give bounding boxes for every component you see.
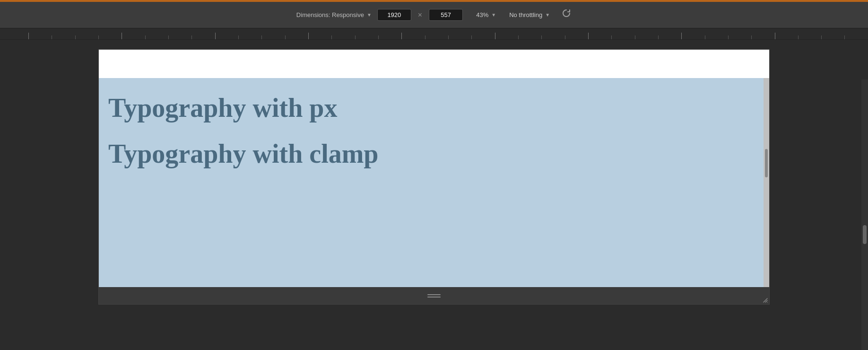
- ruler-row: [0, 28, 868, 40]
- rotate-button[interactable]: [561, 9, 572, 21]
- dimensions-label: Dimensions: Responsive: [296, 11, 364, 18]
- dimensions-control[interactable]: Dimensions: Responsive ▼: [296, 11, 372, 18]
- ruler-tick: [215, 33, 238, 39]
- viewport-content: Typography with px Typography with clamp: [99, 78, 769, 305]
- ruler-tick: [681, 33, 704, 39]
- viewport-scrollbar[interactable]: [764, 78, 769, 305]
- toolbar: Dimensions: Responsive ▼ × 43% ▼ No thro…: [0, 2, 868, 28]
- ruler-tick: [238, 35, 261, 39]
- main-scrollbar[interactable]: [861, 79, 868, 350]
- viewport-bottom-bar[interactable]: [99, 287, 769, 304]
- ruler-tick: [98, 35, 122, 39]
- ruler-tick: [775, 33, 798, 39]
- throttling-control[interactable]: No throttling ▼: [509, 11, 550, 18]
- ruler-tick: [52, 35, 75, 39]
- ruler-tick: [261, 35, 285, 39]
- typography-clamp-heading: Typography with clamp: [108, 138, 760, 170]
- ruler-tick: [331, 35, 355, 39]
- ruler-tick: [122, 33, 145, 39]
- main-scrollbar-handle[interactable]: [863, 225, 867, 244]
- ruler-tick: [495, 33, 518, 39]
- throttling-label: No throttling: [509, 11, 542, 18]
- ruler-tick: [285, 35, 308, 39]
- ruler-tick: [541, 35, 564, 39]
- drag-line: [427, 294, 441, 295]
- drag-line: [427, 297, 441, 298]
- ruler-tick: [401, 33, 425, 39]
- ruler-tick: [448, 35, 471, 39]
- ruler-tick: [378, 35, 401, 39]
- viewport-scrollbar-handle[interactable]: [765, 149, 768, 177]
- viewport-top-white: [99, 50, 769, 78]
- drag-handle[interactable]: [427, 294, 441, 298]
- ruler-tick: [844, 35, 868, 39]
- typography-px-heading: Typography with px: [108, 92, 760, 124]
- ruler-tick: [425, 35, 448, 39]
- main-area: Typography with px Typography with clamp: [0, 40, 868, 350]
- ruler-tick: [611, 35, 634, 39]
- ruler-tick: [145, 35, 168, 39]
- ruler-tick: [565, 35, 588, 39]
- throttling-dropdown-arrow: ▼: [545, 12, 550, 18]
- ruler-ticks: [0, 28, 868, 39]
- ruler-tick: [658, 35, 681, 39]
- width-input[interactable]: [377, 9, 411, 21]
- ruler-tick: [191, 35, 215, 39]
- ruler-tick: [751, 35, 774, 39]
- resize-handle[interactable]: [762, 297, 769, 304]
- viewport-frame: Typography with px Typography with clamp: [98, 49, 770, 305]
- zoom-control[interactable]: 43% ▼: [476, 11, 496, 18]
- vertical-ruler: [0, 79, 28, 350]
- ruler-tick: [308, 33, 331, 39]
- zoom-dropdown-arrow: ▼: [491, 12, 496, 18]
- dimensions-dropdown-arrow: ▼: [367, 12, 372, 18]
- zoom-label: 43%: [476, 11, 488, 18]
- ruler-tick: [28, 33, 52, 39]
- ruler-tick: [75, 35, 98, 39]
- dimensions-separator: ×: [418, 11, 422, 19]
- ruler-tick: [471, 35, 495, 39]
- ruler-tick: [821, 35, 844, 39]
- ruler-tick: [518, 35, 541, 39]
- ruler-tick: [705, 35, 728, 39]
- ruler-tick: [588, 33, 611, 39]
- ruler-tick: [728, 35, 751, 39]
- height-input[interactable]: [429, 9, 463, 21]
- ruler-tick: [168, 35, 191, 39]
- ruler-tick: [355, 35, 378, 39]
- ruler-tick: [798, 35, 821, 39]
- ruler-tick: [635, 35, 658, 39]
